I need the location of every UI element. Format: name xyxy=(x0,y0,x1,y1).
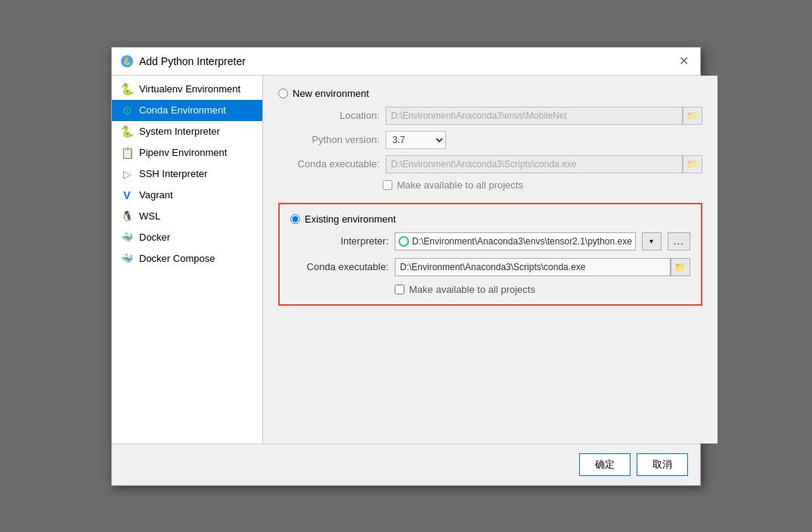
ssh-icon: ▷ xyxy=(121,168,133,180)
footer: 确定 取消 xyxy=(112,443,700,485)
sidebar-item-virtualenv[interactable]: 🐍 Virtualenv Environment xyxy=(112,79,262,100)
sidebar-item-label: Docker Compose xyxy=(139,253,215,264)
new-environment-section: New environment Location: 📁 Python versi… xyxy=(278,88,702,191)
python-version-dropdown[interactable]: 3.7 3.8 3.9 xyxy=(386,131,446,149)
conda-exec-existing-label: Conda executable: xyxy=(290,261,389,272)
pipenv-icon: 📋 xyxy=(121,147,133,159)
close-button[interactable]: ✕ xyxy=(676,54,691,69)
existing-environment-section: Existing environment Interpreter: D:\Env… xyxy=(278,203,702,306)
sidebar-item-label: System Interpreter xyxy=(139,126,220,137)
sidebar-item-label: Virtualenv Environment xyxy=(139,83,240,95)
interpreter-value: D:\Environment\Anaconda3\envs\tensor2.1\… xyxy=(412,236,632,247)
make-available-new-checkbox[interactable] xyxy=(383,180,392,190)
cancel-button[interactable]: 取消 xyxy=(637,453,688,476)
make-available-existing-label: Make available to all projects xyxy=(409,284,535,295)
sidebar-item-label: Conda Environment xyxy=(139,104,226,116)
sidebar-item-system[interactable]: 🐍 System Interpreter xyxy=(112,121,262,142)
conda-exec-existing-group: 📁 xyxy=(395,258,690,276)
sidebar-item-docker-compose[interactable]: 🐳 Docker Compose xyxy=(112,248,262,269)
existing-env-radio-row: Existing environment xyxy=(290,213,690,225)
location-browse-button[interactable]: 📁 xyxy=(683,107,702,125)
conda-exec-existing-browse-button[interactable]: 📁 xyxy=(671,258,690,276)
conda-exec-new-input xyxy=(386,155,683,173)
new-environment-radio[interactable] xyxy=(278,89,288,98)
sidebar: 🐍 Virtualenv Environment ⊙ Conda Environ… xyxy=(112,76,263,443)
location-label: Location: xyxy=(281,110,380,121)
ok-button[interactable]: 确定 xyxy=(579,453,631,476)
interpreter-label: Interpreter: xyxy=(290,235,389,247)
sidebar-item-label: SSH Interpreter xyxy=(139,168,207,179)
sidebar-item-conda[interactable]: ⊙ Conda Environment xyxy=(112,100,262,121)
docker-compose-icon: 🐳 xyxy=(121,253,133,265)
new-env-fields: Location: 📁 Python version: 3.7 3.8 3.9 xyxy=(278,107,702,191)
vagrant-icon: V xyxy=(121,189,133,201)
conda-exec-new-label: Conda executable: xyxy=(281,158,380,170)
docker-icon: 🐳 xyxy=(121,232,133,244)
location-input-group: 📁 xyxy=(386,107,702,125)
sidebar-item-ssh[interactable]: ▷ SSH Interpreter xyxy=(112,163,262,185)
location-row: Location: 📁 xyxy=(281,107,702,125)
title-bar-left: 🐍 Add Python Interpreter xyxy=(121,55,246,67)
python-version-label: Python version: xyxy=(281,134,380,145)
sidebar-item-vagrant[interactable]: V Vagrant xyxy=(112,185,262,206)
sidebar-item-docker[interactable]: 🐳 Docker xyxy=(112,227,262,248)
conda-icon: ⊙ xyxy=(121,104,133,117)
sidebar-item-label: Docker xyxy=(139,232,170,243)
title-bar: 🐍 Add Python Interpreter ✕ xyxy=(112,48,700,76)
virtualenv-icon: 🐍 xyxy=(121,83,133,95)
add-python-interpreter-dialog: 🐍 Add Python Interpreter ✕ 🐍 Virtualenv … xyxy=(111,47,701,486)
sidebar-item-wsl[interactable]: 🐧 WSL xyxy=(112,206,262,227)
python-version-row: Python version: 3.7 3.8 3.9 xyxy=(281,131,702,149)
new-environment-label: New environment xyxy=(293,88,369,99)
conda-exec-existing-input[interactable] xyxy=(395,258,671,276)
conda-exec-new-row: Conda executable: 📁 xyxy=(281,155,702,173)
sidebar-item-pipenv[interactable]: 📋 Pipenv Environment xyxy=(112,142,262,163)
existing-environment-radio[interactable] xyxy=(290,214,300,224)
sidebar-item-label: Vagrant xyxy=(139,189,173,201)
sidebar-item-label: Pipenv Environment xyxy=(139,147,227,158)
conda-exec-new-input-group: 📁 xyxy=(386,155,702,173)
make-available-existing-checkbox[interactable] xyxy=(395,285,404,294)
dialog-title: Add Python Interpreter xyxy=(139,55,246,67)
new-env-radio-row: New environment xyxy=(278,88,702,99)
location-input xyxy=(386,107,683,125)
dialog-icon: 🐍 xyxy=(121,55,133,67)
content-area: 🐍 Virtualenv Environment ⊙ Conda Environ… xyxy=(112,76,700,443)
interpreter-browse-button[interactable]: ... xyxy=(668,232,690,250)
existing-environment-label: Existing environment xyxy=(305,213,396,225)
conda-exec-new-browse-button[interactable]: 📁 xyxy=(683,155,702,173)
make-available-new-label: Make available to all projects xyxy=(397,179,523,191)
sidebar-item-label: WSL xyxy=(139,210,160,222)
interpreter-dropdown-button[interactable]: ▾ xyxy=(642,232,662,250)
conda-exec-existing-row: Conda executable: 📁 xyxy=(290,258,690,276)
wsl-icon: 🐧 xyxy=(121,210,133,222)
make-available-existing-row: Make available to all projects xyxy=(290,284,690,295)
interpreter-status-icon xyxy=(398,236,409,247)
main-panel: New environment Location: 📁 Python versi… xyxy=(263,76,717,443)
make-available-new-row: Make available to all projects xyxy=(281,179,702,191)
interpreter-field: D:\Environment\Anaconda3\envs\tensor2.1\… xyxy=(395,232,636,250)
interpreter-row: Interpreter: D:\Environment\Anaconda3\en… xyxy=(290,232,690,250)
system-icon: 🐍 xyxy=(121,126,133,138)
